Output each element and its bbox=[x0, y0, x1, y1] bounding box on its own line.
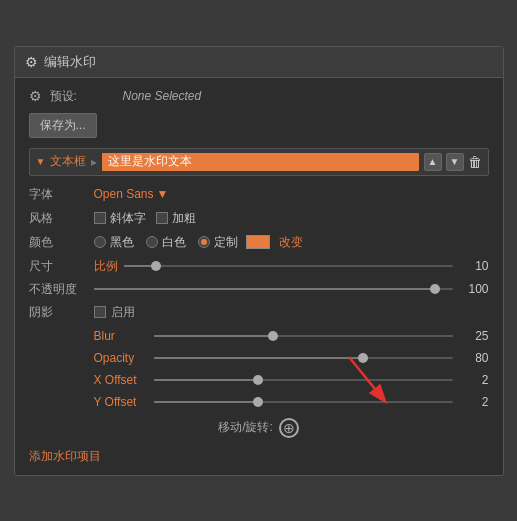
custom-label: 定制 bbox=[214, 234, 238, 251]
color-label: 颜色 bbox=[29, 234, 94, 251]
shadow-opacity-track bbox=[154, 357, 453, 359]
change-color-link[interactable]: 改变 bbox=[279, 234, 303, 251]
watermark-row: ▼ 文本框 ▸ ▲ ▼ 🗑 bbox=[29, 148, 489, 176]
x-offset-row: X Offset 2 bbox=[29, 372, 489, 388]
shadow-opacity-thumb[interactable] bbox=[358, 353, 368, 363]
color-swatch[interactable] bbox=[246, 235, 270, 249]
ratio-label: 比例 bbox=[94, 258, 118, 275]
add-watermark-button[interactable]: 添加水印项目 bbox=[29, 448, 489, 465]
save-as-button[interactable]: 保存为... bbox=[29, 113, 97, 138]
y-offset-thumb[interactable] bbox=[253, 397, 263, 407]
shadow-opacity-label: Opacity bbox=[94, 351, 154, 365]
style-label: 风格 bbox=[29, 210, 94, 227]
watermark-type-label: 文本框 bbox=[50, 153, 86, 170]
shadow-opacity-row: Opacity 80 bbox=[29, 350, 489, 366]
x-offset-label: X Offset bbox=[94, 373, 154, 387]
x-offset-slider-container bbox=[154, 372, 453, 388]
size-value: 10 bbox=[459, 259, 489, 273]
white-color-option[interactable]: 白色 bbox=[146, 234, 186, 251]
y-offset-fill bbox=[154, 401, 259, 403]
blur-slider-thumb[interactable] bbox=[268, 331, 278, 341]
move-down-button[interactable]: ▼ bbox=[446, 153, 464, 171]
size-slider-thumb[interactable] bbox=[151, 261, 161, 271]
watermark-text-input[interactable] bbox=[102, 153, 418, 171]
move-up-button[interactable]: ▲ bbox=[424, 153, 442, 171]
blur-slider-container bbox=[154, 328, 453, 344]
shadow-label: 阴影 bbox=[29, 304, 94, 321]
title-bar: ⚙ 编辑水印 bbox=[15, 47, 503, 78]
preset-value: None Selected bbox=[123, 89, 202, 103]
opacity-value: 100 bbox=[459, 282, 489, 296]
color-radio-group: 黑色 白色 定制 改变 bbox=[94, 234, 303, 251]
shadow-opacity-fill bbox=[154, 357, 363, 359]
italic-option[interactable]: 斜体字 bbox=[94, 210, 146, 227]
y-offset-label: Y Offset bbox=[94, 395, 154, 409]
blur-slider-track bbox=[154, 335, 453, 337]
bold-checkbox[interactable] bbox=[156, 212, 168, 224]
y-offset-track bbox=[154, 401, 453, 403]
shadow-checkbox[interactable] bbox=[94, 306, 106, 318]
bold-label: 加粗 bbox=[172, 210, 196, 227]
y-offset-value: 2 bbox=[459, 395, 489, 409]
size-slider-container bbox=[124, 258, 453, 274]
dialog-title: 编辑水印 bbox=[44, 53, 96, 71]
font-value: Open Sans bbox=[94, 187, 154, 201]
y-offset-row: Y Offset 2 bbox=[29, 394, 489, 410]
black-color-option[interactable]: 黑色 bbox=[94, 234, 134, 251]
opacity-slider-container bbox=[94, 281, 453, 297]
x-offset-fill bbox=[154, 379, 259, 381]
custom-radio[interactable] bbox=[198, 236, 210, 248]
font-label: 字体 bbox=[29, 186, 94, 203]
font-dropdown-arrow: ▼ bbox=[157, 187, 169, 201]
opacity-row: 不透明度 100 bbox=[29, 281, 489, 298]
move-rotate-label: 移动/旋转: bbox=[218, 419, 273, 436]
move-rotate-row: 移动/旋转: ⊕ bbox=[29, 418, 489, 438]
x-offset-value: 2 bbox=[459, 373, 489, 387]
x-offset-wrapper: X Offset 2 bbox=[29, 372, 489, 388]
move-rotate-button[interactable]: ⊕ bbox=[279, 418, 299, 438]
font-row: 字体 Open Sans ▼ bbox=[29, 186, 489, 203]
opacity-slider-fill bbox=[94, 288, 435, 290]
opacity-slider-track bbox=[94, 288, 453, 290]
separator: ▸ bbox=[91, 155, 97, 169]
x-offset-track bbox=[154, 379, 453, 381]
watermark-actions: ▲ ▼ 🗑 bbox=[424, 153, 482, 171]
white-label: 白色 bbox=[162, 234, 186, 251]
gear-icon: ⚙ bbox=[25, 54, 38, 70]
blur-value: 25 bbox=[459, 329, 489, 343]
preset-row: ⚙ 预设: None Selected bbox=[29, 88, 489, 105]
size-slider-track bbox=[124, 265, 453, 267]
dialog-content: ⚙ 预设: None Selected 保存为... ▼ 文本框 ▸ ▲ ▼ 🗑… bbox=[15, 78, 503, 475]
shadow-enable-label: 启用 bbox=[111, 304, 135, 321]
italic-checkbox[interactable] bbox=[94, 212, 106, 224]
black-label: 黑色 bbox=[110, 234, 134, 251]
delete-button[interactable]: 🗑 bbox=[468, 154, 482, 170]
shadow-opacity-value: 80 bbox=[459, 351, 489, 365]
font-dropdown[interactable]: Open Sans ▼ bbox=[94, 187, 169, 201]
dialog: ⚙ 编辑水印 ⚙ 预设: None Selected 保存为... ▼ 文本框 … bbox=[14, 46, 504, 476]
blur-row: Blur 25 bbox=[29, 328, 489, 344]
black-radio[interactable] bbox=[94, 236, 106, 248]
blur-label: Blur bbox=[94, 329, 154, 343]
white-radio[interactable] bbox=[146, 236, 158, 248]
shadow-row: 阴影 启用 bbox=[29, 304, 489, 321]
color-row: 颜色 黑色 白色 定制 改变 bbox=[29, 234, 489, 251]
custom-color-option[interactable]: 定制 改变 bbox=[198, 234, 303, 251]
y-offset-slider-container bbox=[154, 394, 453, 410]
style-options: 斜体字 加粗 bbox=[94, 210, 196, 227]
opacity-slider-thumb[interactable] bbox=[430, 284, 440, 294]
bold-option[interactable]: 加粗 bbox=[156, 210, 196, 227]
size-label: 尺寸 bbox=[29, 258, 94, 275]
italic-label: 斜体字 bbox=[110, 210, 146, 227]
opacity-label: 不透明度 bbox=[29, 281, 94, 298]
x-offset-thumb[interactable] bbox=[253, 375, 263, 385]
settings-icon: ⚙ bbox=[29, 88, 42, 104]
collapse-icon[interactable]: ▼ bbox=[36, 156, 46, 167]
style-row: 风格 斜体字 加粗 bbox=[29, 210, 489, 227]
blur-slider-fill bbox=[154, 335, 274, 337]
shadow-opacity-slider-container bbox=[154, 350, 453, 366]
preset-label: 预设: bbox=[50, 88, 115, 105]
size-row: 尺寸 比例 10 bbox=[29, 258, 489, 275]
